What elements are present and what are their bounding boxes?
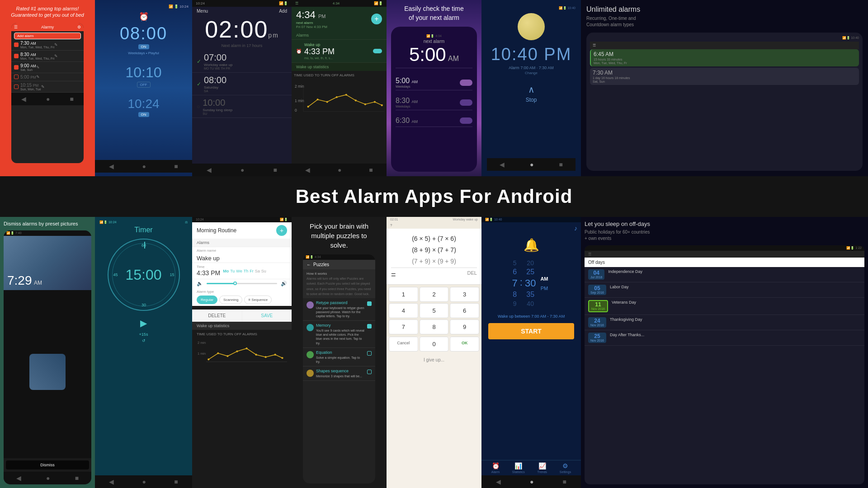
home-button-b2[interactable]: ● xyxy=(142,478,146,485)
b6-tab-settings[interactable]: ⚙ Settings xyxy=(560,462,571,474)
b3-type-sequence[interactable]: ≡ Sequence xyxy=(244,296,272,304)
b6-hour-6[interactable]: 6 xyxy=(513,268,517,276)
checkbox-3[interactable] xyxy=(14,65,19,70)
b5-num-7[interactable]: 7 xyxy=(389,319,418,334)
b4-checkbox-1[interactable] xyxy=(367,301,372,306)
b5-num-9[interactable]: 9 xyxy=(450,319,479,334)
home-button-t3[interactable]: ● xyxy=(241,166,244,174)
b3-day-we[interactable]: We xyxy=(236,269,242,273)
b3-delete-button[interactable]: DELETE xyxy=(192,310,242,322)
back-button-t6[interactable]: ◀ xyxy=(500,161,505,168)
back-button-b2[interactable]: ◀ xyxy=(109,478,114,485)
t4-add-button[interactable]: + xyxy=(371,14,382,24)
b6-tab-trends[interactable]: 📈 Trends xyxy=(538,462,547,474)
b6-tab-alarm[interactable]: ⏰ Alarm xyxy=(491,462,500,474)
home-button-b6[interactable]: ● xyxy=(530,478,533,485)
home-button-t1[interactable]: ● xyxy=(46,95,50,103)
b3-day-su[interactable]: Su xyxy=(261,269,266,273)
b3-day-fr[interactable]: Fr xyxy=(250,269,254,273)
b6-min-30[interactable]: 30 xyxy=(525,277,536,289)
b5-num-5[interactable]: 5 xyxy=(420,303,449,318)
back-button-b1[interactable]: ◀ xyxy=(16,474,21,482)
b2-play-button[interactable]: ▶ xyxy=(140,318,147,328)
recents-button-b1[interactable]: ■ xyxy=(75,474,79,482)
b3-day-sa[interactable]: Sa xyxy=(255,269,260,273)
b6-tab-statistics[interactable]: 📊 Statistics xyxy=(512,462,525,474)
home-button-b1[interactable]: ● xyxy=(46,474,50,482)
b4-checkbox-2[interactable] xyxy=(367,324,372,328)
checkbox-4[interactable] xyxy=(14,75,19,79)
b3-save-button[interactable]: SAVE xyxy=(242,310,292,322)
b6-min-25[interactable]: 25 xyxy=(526,268,534,276)
b3-day-tu[interactable]: Tu xyxy=(230,269,235,273)
b6-pm-button[interactable]: PM xyxy=(538,285,551,292)
b5-ok-button[interactable]: OK xyxy=(450,337,479,352)
b6-am-button[interactable]: AM xyxy=(538,275,550,282)
b6-hour-7[interactable]: 7 xyxy=(512,277,518,289)
back-button-t3[interactable]: ◀ xyxy=(207,166,212,174)
menu-label-t3[interactable]: Menu xyxy=(197,9,208,14)
t6-stop-button[interactable]: Stop xyxy=(526,97,537,103)
b5-del-display[interactable]: DEL xyxy=(467,270,477,280)
blue-on-badge-2[interactable]: ON xyxy=(138,112,149,117)
b3-type-regular[interactable]: Regular xyxy=(197,296,217,304)
b6-hour-9[interactable]: 9 xyxy=(513,300,517,307)
b1-dismiss-button[interactable]: Dismiss xyxy=(6,460,89,469)
b5-num-8[interactable]: 8 xyxy=(420,319,449,334)
back-button-t1[interactable]: ◀ xyxy=(21,95,26,103)
back-button-b6[interactable]: ◀ xyxy=(496,478,501,485)
b3-day-mo[interactable]: Mo xyxy=(223,269,229,273)
b2-refresh-icon[interactable]: ↺ xyxy=(142,338,146,343)
back-button-t4[interactable]: ◀ xyxy=(305,166,310,174)
b3-add-button[interactable]: + xyxy=(276,225,287,236)
b5-num-1[interactable]: 1 xyxy=(389,287,418,302)
recents-button-b2[interactable]: ■ xyxy=(174,478,178,485)
home-button-t2[interactable]: ● xyxy=(142,163,146,170)
b4-checkbox-4[interactable] xyxy=(367,370,372,374)
t6-change-link[interactable]: Change xyxy=(487,71,576,75)
b6-start-button[interactable]: START xyxy=(488,323,574,339)
checkbox-5[interactable] xyxy=(14,84,19,89)
add-alarm-button[interactable]: Add alarm xyxy=(14,33,81,39)
home-button-t4[interactable]: ● xyxy=(338,166,341,174)
b3-type-scanning[interactable]: Scanning xyxy=(219,296,242,304)
recents-button-t1[interactable]: ■ xyxy=(70,95,74,103)
t5-toggle-3[interactable] xyxy=(460,117,472,124)
b3-day-th[interactable]: Th xyxy=(244,269,249,273)
b6-hour-5[interactable]: 5 xyxy=(513,259,517,267)
b5-cancel-button[interactable]: Cancel xyxy=(389,337,418,352)
recents-button-t4[interactable]: ■ xyxy=(369,166,373,174)
recents-button-b6[interactable]: ■ xyxy=(563,478,566,485)
b5-num-6[interactable]: 6 xyxy=(450,303,479,318)
add-label-t3[interactable]: Add xyxy=(279,9,287,14)
b6-min-20[interactable]: 20 xyxy=(527,259,534,267)
b5-num-3[interactable]: 3 xyxy=(450,287,479,302)
b6-hour-8[interactable]: 8 xyxy=(513,291,517,299)
blue-off-badge[interactable]: OFF xyxy=(137,82,151,88)
b3-alarm-name-value[interactable]: Wake up xyxy=(192,254,292,263)
b3-time-value[interactable]: 4:33 PM xyxy=(197,269,220,277)
sound-slider[interactable] xyxy=(207,283,277,284)
b5-give-up-text[interactable]: I give up... xyxy=(387,354,481,366)
b1-dismiss-picture[interactable] xyxy=(29,354,66,390)
checkbox-2[interactable] xyxy=(14,54,19,58)
blue-on-badge-1[interactable]: ON xyxy=(138,44,149,49)
b2-plus15-label[interactable]: +15s xyxy=(139,332,148,337)
edit-icon-5[interactable]: ✎ xyxy=(41,84,45,89)
t5-toggle-2[interactable] xyxy=(460,99,472,106)
edit-icon-4[interactable]: ✎ xyxy=(36,75,40,79)
checkbox-1[interactable] xyxy=(14,42,19,47)
edit-icon-2[interactable]: ✎ xyxy=(54,54,58,58)
b6-min-35[interactable]: 35 xyxy=(526,291,534,299)
b5-zero-button[interactable]: 0 xyxy=(420,337,449,352)
t5-toggle-1[interactable] xyxy=(460,80,472,86)
b5-num-4[interactable]: 4 xyxy=(389,303,418,318)
b4-checkbox-3[interactable] xyxy=(367,351,372,356)
b4-back-icon[interactable]: ← xyxy=(307,262,311,267)
edit-icon-3[interactable]: ✎ xyxy=(36,65,40,70)
recents-button-t6[interactable]: ■ xyxy=(559,161,563,168)
t4-alarm-toggle[interactable] xyxy=(373,49,382,53)
recents-button-t3[interactable]: ■ xyxy=(274,166,277,174)
home-button-t6[interactable]: ● xyxy=(530,161,533,168)
edit-icon-1[interactable]: ✎ xyxy=(54,42,58,47)
